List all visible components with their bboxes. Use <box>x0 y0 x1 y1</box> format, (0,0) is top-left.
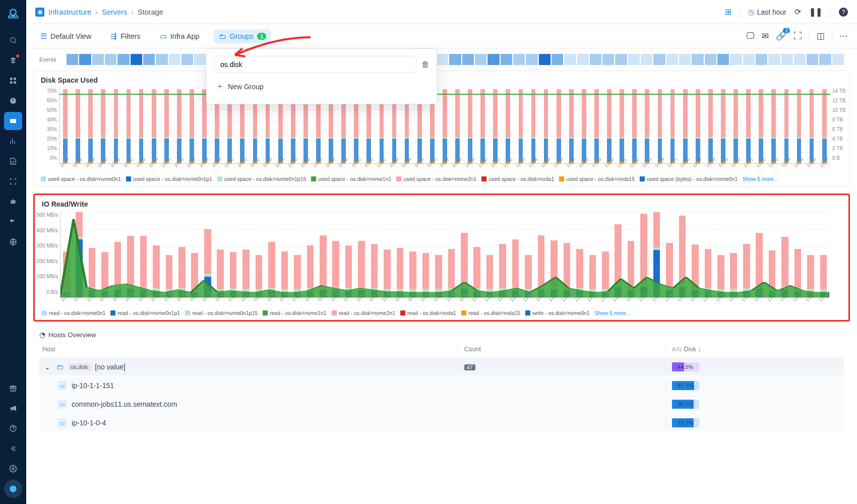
io-legend: read - os.disk=nvme0n1read - os.disk=nvm… <box>35 309 848 320</box>
nav-bot-icon[interactable] <box>4 193 22 211</box>
disk-usage-bar: 80.1% <box>672 400 699 409</box>
hosts-overview-header: ◔ Hosts Overview <box>32 329 851 341</box>
host-name: ip-10-1-0-4 <box>72 419 106 427</box>
link-count-badge: 2 <box>783 28 790 33</box>
help-icon[interactable]: ? <box>839 8 848 17</box>
io-readwrite-chart-card: IO Read/Write 500 MB/s400 MB/s300 MB/s20… <box>33 194 850 322</box>
laptop-icon[interactable]: 🖵 <box>746 31 755 41</box>
nav-globe-icon[interactable] <box>4 233 22 251</box>
hosts-overview-title: Hosts Overview <box>48 331 96 339</box>
col-header-count[interactable]: Count <box>458 346 665 353</box>
host-icon: ▭ <box>57 400 67 409</box>
app-logo[interactable] <box>6 7 20 24</box>
nav-logs-icon[interactable] <box>4 152 22 170</box>
breadcrumb-servers[interactable]: Servers <box>102 8 127 16</box>
time-range-button[interactable]: ◷ Last hour <box>748 8 786 16</box>
nav-org-icon[interactable] <box>4 480 22 498</box>
filters-label: Filters <box>120 32 140 40</box>
host-row[interactable]: ▭ ip-10-1-1-151 81.7% <box>39 377 844 396</box>
nav-fullscreen-icon[interactable] <box>4 172 22 191</box>
disk-space-plot[interactable] <box>59 88 830 164</box>
folder-icon: 🗀 <box>56 363 64 371</box>
link-icon[interactable]: 🔗2 <box>776 31 786 41</box>
breadcrumb-icon: ▣ <box>35 8 44 17</box>
events-timeline: Events <box>32 48 851 71</box>
layout-icon[interactable]: ⊞ <box>725 7 731 17</box>
clock-icon: ◷ <box>748 8 754 16</box>
show-more-link[interactable]: Show 6 more... <box>595 310 631 316</box>
disk-space-legend: used space - os.disk=nvme0n1used space -… <box>34 175 849 186</box>
svg-point-13 <box>10 425 16 431</box>
group-tag: os.disk <box>68 363 91 370</box>
window-icon: ▭ <box>160 32 167 40</box>
view-controls-row: ☰ Default View ⇶ Filters ▭ Infra App 🗀 G… <box>26 24 857 48</box>
panel-icon[interactable]: ◫ <box>817 31 825 41</box>
chart-title-io: IO Read/Write <box>35 195 848 208</box>
groups-dropdown: 🗑 ＋ New Group <box>206 48 437 104</box>
infra-app-tab[interactable]: ▭ Infra App <box>155 29 205 43</box>
pause-icon[interactable]: ❚❚ <box>809 7 822 17</box>
show-more-link[interactable]: Show 6 more... <box>743 176 778 182</box>
host-name: common-jobs11.us.sematext.com <box>72 400 177 408</box>
nav-settings-icon[interactable] <box>4 460 22 478</box>
nav-integrations-icon[interactable] <box>4 51 22 70</box>
folder-icon: 🗀 <box>219 32 226 40</box>
hosts-table: Host Count AVG Disk ↓ ⌄ 🗀 os.disk [no va… <box>32 341 851 433</box>
nav-dashboards-icon[interactable] <box>4 132 22 150</box>
svg-point-0 <box>10 10 16 16</box>
more-icon[interactable]: ⋯ <box>839 31 848 41</box>
groups-tab[interactable]: 🗀 Groups 1 <box>214 29 272 43</box>
svg-point-14 <box>12 468 14 470</box>
filter-icon: ⇶ <box>110 32 117 40</box>
col-header-disk[interactable]: AVG Disk ↓ <box>665 346 841 353</box>
host-icon: ▭ <box>57 418 67 427</box>
default-view-label: Default View <box>50 32 91 40</box>
gauge-icon: ◔ <box>39 331 45 339</box>
svg-rect-2 <box>10 78 13 80</box>
new-group-label: New Group <box>228 83 264 91</box>
nav-announce-icon[interactable] <box>4 399 22 417</box>
time-range-label: Last hour <box>757 8 786 16</box>
search-icon[interactable] <box>4 31 22 49</box>
host-row[interactable]: ▭ ip-10-1-0-4 79.7% <box>39 414 844 433</box>
trash-icon[interactable]: 🗑 <box>421 60 430 69</box>
svg-point-1 <box>11 38 15 42</box>
svg-rect-5 <box>14 81 16 84</box>
infra-app-label: Infra App <box>170 32 200 40</box>
breadcrumb-current: Storage <box>138 8 163 16</box>
list-icon: ☰ <box>40 32 47 40</box>
filters-tab[interactable]: ⇶ Filters <box>105 29 145 43</box>
svg-point-15 <box>10 485 17 492</box>
nav-help-icon[interactable] <box>4 419 22 437</box>
nav-collapse-icon[interactable] <box>4 439 22 458</box>
disk-space-chart-card: Disk Space Used 70%60%50%40%30%20%10%0% … <box>33 71 850 186</box>
col-header-host[interactable]: Host <box>42 346 458 353</box>
groups-label: Groups <box>230 32 254 40</box>
events-segments[interactable] <box>67 54 844 65</box>
nav-alerts-icon[interactable] <box>4 92 22 110</box>
group-label: [no value] <box>95 363 126 371</box>
new-group-button[interactable]: ＋ New Group <box>214 76 430 97</box>
refresh-icon[interactable]: ⟳ <box>794 7 801 17</box>
svg-point-10 <box>14 202 14 202</box>
io-plot[interactable] <box>60 212 829 298</box>
chevron-down-icon[interactable]: ⌄ <box>42 363 52 371</box>
group-tag-input[interactable] <box>214 56 416 73</box>
svg-point-9 <box>12 202 12 202</box>
nav-flag-icon[interactable] <box>4 213 22 231</box>
host-row[interactable]: ▭ common-jobs11.us.sematext.com 80.1% <box>39 396 844 414</box>
nav-infra-icon[interactable] <box>4 112 22 130</box>
breadcrumb: ▣ Infrastructure › Servers › Storage <box>35 8 163 17</box>
default-view-tab[interactable]: ☰ Default View <box>35 29 96 43</box>
mail-icon[interactable]: ✉ <box>762 31 769 41</box>
expand-icon[interactable]: ⛶ <box>793 31 802 41</box>
nav-gift-icon[interactable] <box>4 379 22 397</box>
sort-arrow-icon: ↓ <box>698 346 701 353</box>
groups-count-badge: 1 <box>257 33 266 40</box>
nav-apps-icon[interactable] <box>4 72 22 90</box>
breadcrumb-infrastructure[interactable]: Infrastructure <box>48 8 91 16</box>
disk-usage-bar: 79.7% <box>672 418 699 427</box>
host-group-row[interactable]: ⌄ 🗀 os.disk [no value] 47 44.5% <box>39 358 844 377</box>
svg-rect-7 <box>10 119 16 123</box>
disk-usage-bar: 81.7% <box>672 381 699 390</box>
